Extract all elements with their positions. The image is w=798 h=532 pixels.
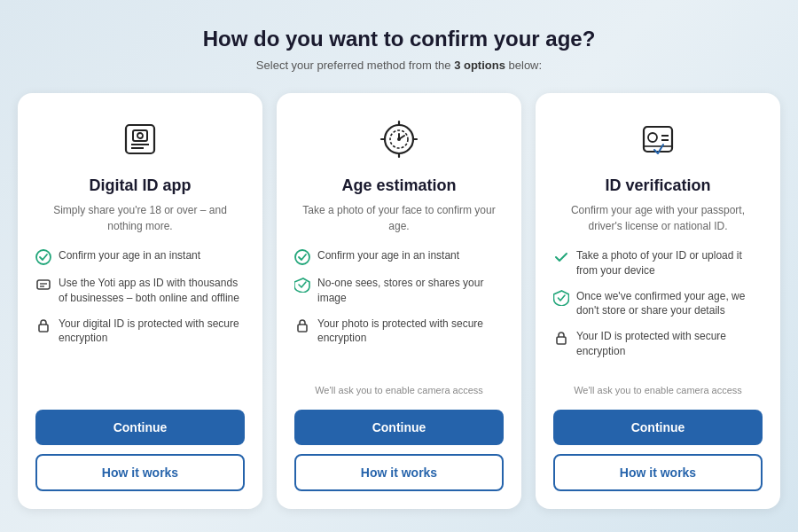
svg-point-19 bbox=[295, 250, 309, 264]
feature-item: Confirm your age in an instant bbox=[35, 248, 245, 265]
svg-rect-9 bbox=[39, 325, 48, 332]
svg-point-5 bbox=[36, 250, 51, 264]
cards-container: Digital ID app Simply share you're 18 or… bbox=[18, 93, 780, 509]
digital-id-features: Confirm your age in an instant Use the Y… bbox=[35, 248, 245, 395]
age-estimation-camera-note: We'll ask you to enable camera access bbox=[315, 384, 483, 397]
svg-rect-0 bbox=[126, 125, 154, 153]
feature-item: Your ID is protected with secure encrypt… bbox=[553, 329, 763, 359]
svg-rect-26 bbox=[557, 337, 566, 344]
card-id-verification: ID verification Confirm your age with yo… bbox=[536, 93, 780, 509]
age-estimation-continue-button[interactable]: Continue bbox=[294, 410, 504, 445]
card-id-verification-title: ID verification bbox=[605, 176, 710, 195]
page-title: How do you want to confirm your age? bbox=[203, 27, 596, 51]
id-verification-camera-note: We'll ask you to enable camera access bbox=[574, 384, 742, 397]
feature-item: Take a photo of your ID or upload it fro… bbox=[553, 248, 763, 278]
svg-point-22 bbox=[648, 133, 657, 142]
card-age-estimation-desc: Take a photo of your face to confirm you… bbox=[294, 202, 504, 234]
feature-item: Once we've confirmed your age, we don't … bbox=[553, 289, 763, 319]
card-id-verification-desc: Confirm your age with your passport, dri… bbox=[553, 202, 763, 234]
svg-point-18 bbox=[397, 137, 401, 141]
feature-item: No-one sees, stores or shares your image bbox=[294, 276, 504, 306]
id-verification-how-it-works-button[interactable]: How it works bbox=[553, 454, 763, 491]
svg-rect-6 bbox=[37, 280, 50, 289]
age-estimation-features: Confirm your age in an instant No-one se… bbox=[294, 248, 504, 370]
card-digital-id-desc: Simply share you're 18 or over – and not… bbox=[35, 202, 245, 234]
age-estimation-how-it-works-button[interactable]: How it works bbox=[294, 454, 504, 491]
svg-rect-20 bbox=[298, 325, 307, 332]
age-estimation-icon bbox=[374, 114, 424, 164]
digital-id-continue-button[interactable]: Continue bbox=[35, 410, 245, 445]
feature-item: Use the Yoti app as ID with thousands of… bbox=[35, 276, 245, 306]
card-digital-id-title: Digital ID app bbox=[89, 176, 191, 195]
feature-item: Your digital ID is protected with secure… bbox=[35, 317, 245, 347]
card-age-estimation: Age estimation Take a photo of your face… bbox=[277, 93, 521, 509]
feature-item: Your photo is protected with secure encr… bbox=[294, 317, 504, 347]
card-age-estimation-title: Age estimation bbox=[341, 176, 456, 195]
digital-id-icon bbox=[115, 114, 165, 164]
card-digital-id: Digital ID app Simply share you're 18 or… bbox=[18, 93, 262, 509]
svg-rect-1 bbox=[133, 130, 147, 141]
id-verification-features: Take a photo of your ID or upload it fro… bbox=[553, 248, 763, 370]
page-subtitle: Select your preferred method from the 3 … bbox=[256, 59, 542, 72]
feature-item: Confirm your age in an instant bbox=[294, 248, 504, 265]
id-verification-icon bbox=[633, 114, 683, 164]
digital-id-how-it-works-button[interactable]: How it works bbox=[35, 454, 245, 491]
svg-point-2 bbox=[137, 133, 143, 138]
id-verification-continue-button[interactable]: Continue bbox=[553, 410, 763, 445]
